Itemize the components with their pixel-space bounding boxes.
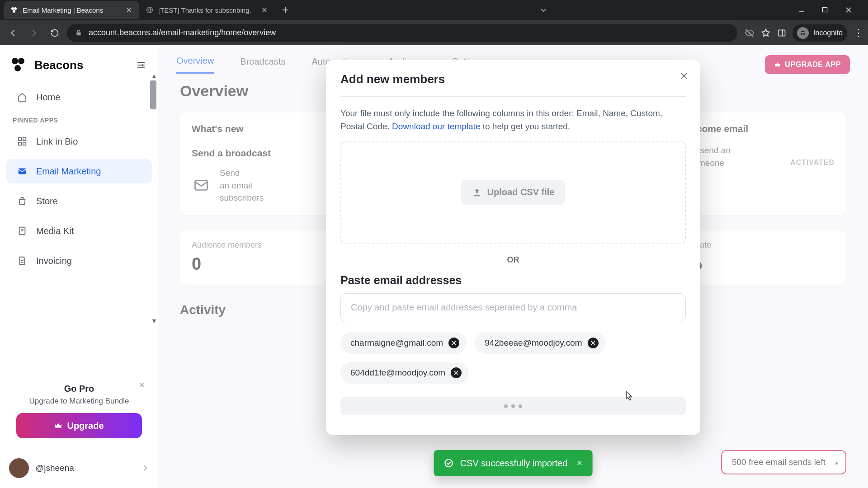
svg-rect-11 [19,142,21,145]
sidebar-scrollbar[interactable]: ▲ ▼ [150,80,156,315]
download-template-link[interactable]: Download our template [392,122,480,131]
bag-icon [16,195,28,207]
email-chip: 942beeae@moodjoy.com [475,332,605,354]
browser-menu-button[interactable]: ⋮ [854,27,863,39]
home-icon [16,91,28,103]
brand-name: Beacons [34,58,83,72]
svg-rect-5 [76,32,80,35]
sidebar-item-label: Link in Bio [36,136,78,147]
browser-nav-bar: account.beacons.ai/email-marketing/home/… [0,20,868,45]
modal-help-text: Your file must only include the followin… [340,107,686,133]
brand-logo-icon [12,57,28,73]
browser-tab-active[interactable]: Email Marketing | Beacons [4,1,139,19]
close-window-button[interactable] [845,7,859,13]
close-icon[interactable] [260,6,269,14]
svg-rect-9 [19,138,21,141]
maximize-button[interactable] [822,7,835,13]
tab-bar: Email Marketing | Beacons [TEST] Thanks … [0,0,868,20]
sidebar-collapse-button[interactable] [136,60,146,70]
paste-emails-input[interactable] [340,293,686,322]
browser-chrome: Email Marketing | Beacons [TEST] Thanks … [0,0,868,45]
star-icon[interactable] [761,28,771,38]
svg-point-0 [11,7,14,10]
incognito-indicator[interactable]: Incognito [793,24,847,42]
email-chips: charmaigne@gmail.com 942beeae@moodjoy.co… [340,332,686,384]
sidebar-item-label: Media Kit [36,226,74,236]
paste-heading: Paste email addresses [340,274,686,287]
svg-rect-6 [778,30,785,36]
sidebar-item-linkinbio[interactable]: Link in Bio [6,129,152,154]
grid-icon [16,136,28,147]
toast-close-button[interactable]: × [577,457,583,469]
upgrade-button-label: Upgrade [67,421,104,431]
svg-rect-4 [823,8,827,12]
upload-csv-button[interactable]: Upload CSV file [461,180,566,205]
chip-text: 942beeae@moodjoy.com [485,338,582,348]
user-menu[interactable]: @jsheena [9,458,149,478]
crown-icon [54,422,62,430]
remove-chip-button[interactable] [448,338,459,348]
globe-icon [146,6,154,14]
modal-overlay[interactable]: Add new members Your file must only incl… [158,45,868,488]
tab-title: Email Marketing | Beacons [23,6,103,14]
check-circle-icon [444,458,454,468]
invoice-icon [16,255,28,267]
add-members-modal: Add new members Your file must only incl… [326,60,700,435]
sidebar-item-label: Store [36,196,58,206]
forward-button[interactable] [25,24,42,42]
incognito-icon [797,27,809,39]
back-button[interactable] [5,24,22,42]
lock-icon [75,29,82,37]
brand-header: Beacons [0,45,158,82]
modal-title: Add new members [340,72,686,86]
url-text: account.beacons.ai/email-marketing/home/… [89,28,276,38]
sidebar-item-invoicing[interactable]: Invoicing [6,249,152,273]
remove-chip-button[interactable] [451,367,462,378]
address-bar[interactable]: account.beacons.ai/email-marketing/home/… [67,24,737,42]
scroll-down-icon[interactable]: ▼ [151,317,157,324]
sidebar-item-label: Home [36,92,60,103]
svg-point-2 [13,10,15,13]
tabs-overflow-button[interactable] [540,6,547,14]
chip-text: charmaigne@gmail.com [350,338,443,348]
sidebar-item-label: Invoicing [36,256,72,266]
modal-close-button[interactable] [679,71,689,80]
svg-rect-10 [23,138,26,141]
close-icon[interactable] [125,6,133,14]
new-tab-button[interactable] [278,2,293,18]
svg-rect-17 [474,195,480,196]
window-controls [798,7,864,13]
pinned-apps-label: PINNED APPS [0,112,158,127]
reload-button[interactable] [46,24,63,42]
pointer-cursor-icon [623,390,632,402]
email-chip: charmaigne@gmail.com [340,332,467,354]
svg-point-8 [803,33,805,35]
upload-dropzone[interactable]: Upload CSV file [340,141,686,244]
divider-or: OR [340,255,686,265]
close-icon[interactable]: × [139,379,145,391]
svg-rect-12 [23,142,26,145]
panel-icon[interactable] [777,28,786,38]
favicon-icon [10,6,18,14]
sidebar-item-label: Email Marketing [36,166,101,177]
svg-point-1 [14,7,17,10]
toast-success: CSV successfully imported × [434,450,593,476]
sidebar-item-home[interactable]: Home [6,85,152,109]
app-root: Beacons Home PINNED APPS Link in Bio Ema… [0,45,868,488]
page-icon [16,225,28,237]
upload-icon [472,188,482,197]
sidebar-item-mediakit[interactable]: Media Kit [6,219,152,243]
minimize-button[interactable] [798,7,812,13]
upgrade-button[interactable]: Upgrade [16,413,142,438]
upload-button-label: Upload CSV file [487,187,555,197]
mail-icon [16,165,28,177]
toast-text: CSV successfully imported [460,458,568,469]
remove-chip-button[interactable] [588,338,599,348]
scroll-up-icon[interactable]: ▲ [151,72,157,80]
promo-card: × Go Pro Upgrade to Marketing Bundle Upg… [9,377,149,446]
incognito-label: Incognito [813,29,843,37]
browser-tab[interactable]: [TEST] Thanks for subscribing. [139,1,275,19]
eye-off-icon[interactable] [745,28,755,38]
sidebar-item-store[interactable]: Store [6,189,152,213]
sidebar-item-email-marketing[interactable]: Email Marketing [6,159,152,183]
